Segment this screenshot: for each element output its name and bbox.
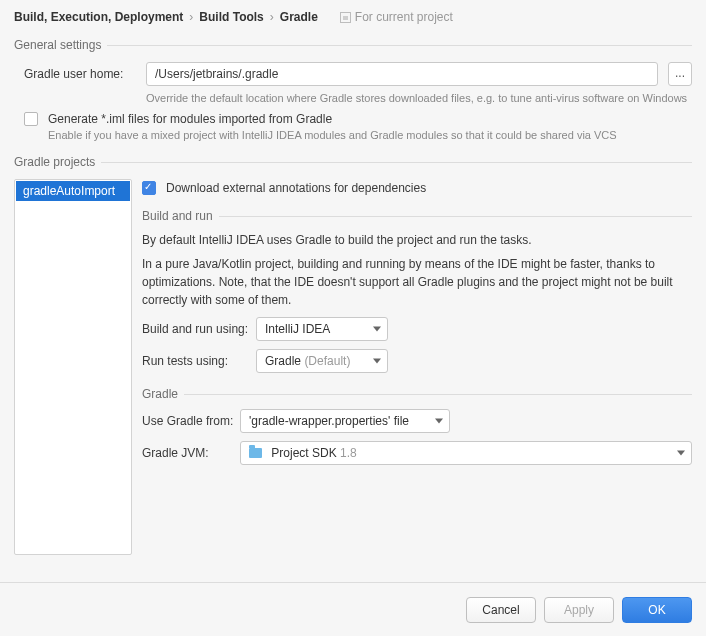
ok-button[interactable]: OK [622, 597, 692, 623]
gradle-jvm-label: Gradle JVM: [142, 446, 240, 460]
apply-button[interactable]: Apply [544, 597, 614, 623]
section-general: General settings [14, 38, 692, 52]
breadcrumb: Build, Execution, Deployment › Build Too… [14, 10, 692, 24]
project-scope-badge: For current project [340, 10, 453, 24]
build-run-desc-1: By default IntelliJ IDEA uses Gradle to … [142, 231, 692, 249]
breadcrumb-2: Build Tools [199, 10, 263, 24]
folder-icon [249, 448, 262, 458]
gradle-user-home-input[interactable]: /Users/jetbrains/.gradle [146, 62, 658, 86]
section-gradle-projects: Gradle projects [14, 155, 692, 169]
chevron-down-icon [677, 451, 685, 456]
project-list-item[interactable]: gradleAutoImport [16, 181, 130, 201]
chevron-down-icon [373, 327, 381, 332]
project-list[interactable]: gradleAutoImport [14, 179, 132, 555]
build-using-label: Build and run using: [142, 322, 256, 336]
gradle-user-home-hint: Override the default location where Grad… [146, 92, 687, 104]
generate-iml-label: Generate *.iml files for modules importe… [48, 112, 617, 126]
use-gradle-from-combo[interactable]: 'gradle-wrapper.properties' file [240, 409, 450, 433]
gradle-user-home-label: Gradle user home: [24, 67, 136, 81]
cancel-button[interactable]: Cancel [466, 597, 536, 623]
use-gradle-from-label: Use Gradle from: [142, 414, 240, 428]
download-annotations-checkbox[interactable] [142, 181, 156, 195]
generate-iml-hint: Enable if you have a mixed project with … [48, 129, 617, 141]
breadcrumb-3: Gradle [280, 10, 318, 24]
run-tests-label: Run tests using: [142, 354, 256, 368]
settings-panel: Build, Execution, Deployment › Build Too… [0, 0, 706, 636]
section-build-and-run: Build and run [142, 209, 692, 223]
download-annotations-label: Download external annotations for depend… [166, 181, 426, 195]
chevron-down-icon [373, 359, 381, 364]
generate-iml-checkbox[interactable] [24, 112, 38, 126]
section-gradle: Gradle [142, 387, 692, 401]
copy-icon [340, 12, 351, 23]
chevron-right-icon: › [270, 10, 274, 24]
project-settings: Download external annotations for depend… [142, 179, 692, 555]
chevron-down-icon [435, 419, 443, 424]
breadcrumb-1: Build, Execution, Deployment [14, 10, 183, 24]
build-run-desc-2: In a pure Java/Kotlin project, building … [142, 255, 692, 309]
browse-button[interactable]: ... [668, 62, 692, 86]
run-tests-combo[interactable]: Gradle (Default) [256, 349, 388, 373]
dialog-footer: Cancel Apply OK [0, 582, 706, 636]
chevron-right-icon: › [189, 10, 193, 24]
build-using-combo[interactable]: IntelliJ IDEA [256, 317, 388, 341]
gradle-jvm-combo[interactable]: Project SDK 1.8 [240, 441, 692, 465]
